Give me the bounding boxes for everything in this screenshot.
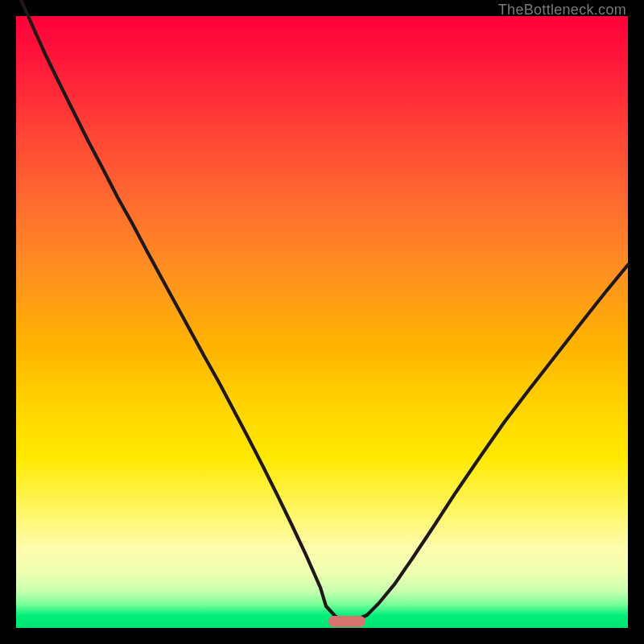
chart-container: TheBottleneck.com bbox=[0, 0, 644, 644]
curve-path bbox=[16, 0, 628, 621]
bottleneck-curve bbox=[16, 16, 628, 628]
minimum-marker bbox=[328, 616, 365, 627]
plot-area bbox=[16, 16, 628, 628]
